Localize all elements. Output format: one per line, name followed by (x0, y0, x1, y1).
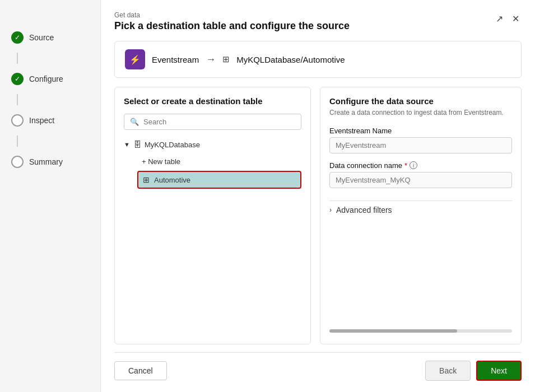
back-button[interactable]: Back (425, 361, 471, 381)
sidebar: ✓ Source ✓ Configure Inspect Summary (0, 0, 101, 392)
data-connection-input[interactable] (329, 172, 512, 188)
sidebar-label-source: Source (29, 33, 54, 42)
advanced-filters-label: Advanced filters (336, 206, 392, 214)
next-button[interactable]: Next (476, 361, 522, 381)
footer-right: Back Next (425, 361, 522, 381)
arrow-icon: → (206, 54, 216, 66)
sidebar-item-source[interactable]: ✓ Source (0, 22, 100, 53)
required-marker: * (404, 161, 407, 170)
search-box[interactable]: 🔍 (124, 114, 301, 130)
database-icon: 🗄 (133, 140, 141, 149)
new-table-label: + New table (142, 157, 180, 166)
source-name: Eventstream (152, 55, 199, 64)
expand-button[interactable]: ↗ (494, 11, 505, 26)
sidebar-label-inspect: Inspect (29, 116, 54, 125)
eventstream-name-field: Eventstream Name (329, 127, 512, 153)
table-name-automotive: Automotive (154, 176, 190, 184)
sidebar-item-summary[interactable]: Summary (0, 147, 100, 177)
scrollbar-thumb (329, 329, 457, 333)
eventstream-name-label: Eventstream Name (329, 127, 512, 135)
modal-title-section: Get data Pick a destination table and co… (114, 11, 350, 32)
close-icon: ✕ (512, 13, 519, 24)
eventstream-name-input[interactable] (329, 137, 512, 153)
left-panel: Select or create a destination table 🔍 ▼… (114, 87, 311, 344)
modal-container: ✓ Source ✓ Configure Inspect Summary (0, 0, 535, 392)
grid-icon: ⊞ (143, 175, 150, 184)
data-connection-field: Data connection name * i (329, 161, 512, 188)
modal-header-actions: ↗ ✕ (494, 11, 522, 26)
tree-section: ▼ 🗄 MyKQLDatabase + New table ⊞ Automoti… (124, 138, 301, 189)
main-content: Get data Pick a destination table and co… (101, 0, 535, 392)
right-panel-desc: Create a data connection to ingest data … (329, 108, 512, 118)
source-bar: ⚡ Eventstream → ⊞ MyKQLDatabase/Automoti… (114, 41, 522, 78)
data-connection-label: Data connection name * i (329, 161, 512, 170)
close-button[interactable]: ✕ (510, 11, 522, 26)
eventstream-icon: ⚡ (125, 49, 145, 69)
tree-parent-database[interactable]: ▼ 🗄 MyKQLDatabase (124, 138, 301, 151)
sidebar-label-summary: Summary (29, 157, 63, 166)
sidebar-label-configure: Configure (29, 74, 63, 83)
database-name: MyKQLDatabase (145, 141, 200, 149)
search-input[interactable] (143, 118, 295, 126)
search-icon: 🔍 (130, 118, 139, 126)
fake-scrollbar[interactable] (329, 329, 512, 333)
modal-footer: Cancel Back Next (114, 352, 522, 381)
chevron-down-icon: ▼ (124, 141, 130, 148)
modal-header: Get data Pick a destination table and co… (114, 11, 522, 32)
modal-subtitle: Get data (114, 11, 350, 19)
cancel-button[interactable]: Cancel (114, 361, 167, 380)
destination-label: MyKQLDatabase/Automotive (236, 55, 345, 64)
right-panel-title: Configure the data source (329, 96, 512, 106)
modal-title: Pick a destination table and configure t… (114, 20, 350, 32)
panels: Select or create a destination table 🔍 ▼… (114, 87, 522, 344)
step-circle-configure: ✓ (11, 73, 24, 85)
expand-icon: ↗ (496, 13, 503, 24)
scrollbar-area (329, 219, 512, 335)
left-panel-heading: Select or create a destination table (124, 96, 301, 106)
tree-child: + New table ⊞ Automotive (137, 155, 301, 189)
info-icon[interactable]: i (410, 161, 417, 169)
table-row-automotive[interactable]: ⊞ Automotive (137, 171, 301, 189)
chevron-right-icon: › (329, 206, 332, 214)
new-table-item[interactable]: + New table (137, 155, 301, 169)
right-panel: Configure the data source Create a data … (320, 87, 522, 344)
step-circle-source: ✓ (11, 31, 24, 44)
table-icon-inline: ⊞ (222, 54, 230, 64)
sidebar-item-inspect[interactable]: Inspect (0, 105, 100, 136)
sidebar-item-configure[interactable]: ✓ Configure (0, 64, 100, 94)
advanced-filters[interactable]: › Advanced filters (329, 200, 512, 219)
step-circle-inspect (11, 114, 24, 127)
step-circle-summary (11, 156, 24, 168)
